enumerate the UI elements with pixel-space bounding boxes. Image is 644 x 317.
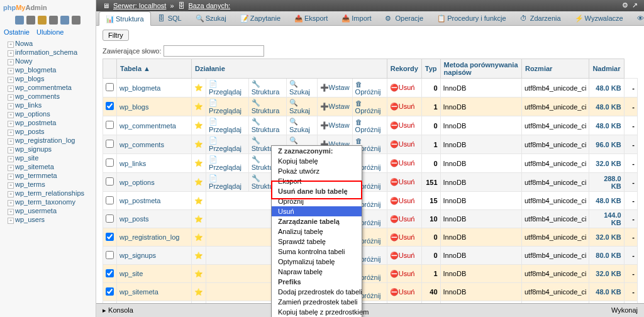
tree-item[interactable]: wp_options [4, 109, 96, 118]
ctx-item[interactable]: Kopiuj tabelę [272, 156, 362, 166]
drop-link[interactable]: ⛔Usuń [390, 288, 415, 296]
tab-sql[interactable]: 🗄SQL [151, 11, 189, 25]
tree-item[interactable]: wp_termmeta [4, 171, 96, 180]
ctx-item[interactable]: Eksport [272, 176, 362, 186]
tree-item[interactable]: wp_signups [4, 145, 96, 153]
table-name[interactable]: wp_options [119, 179, 155, 186]
search-link[interactable]: 🔍Szukaj [289, 80, 310, 96]
row-check[interactable] [106, 158, 114, 167]
tab-widok projektu[interactable]: 👁Widok projektu [630, 11, 644, 25]
drop-link[interactable]: ⛔Usuń [390, 178, 415, 186]
tree-item[interactable]: wp_commentmeta [4, 83, 96, 92]
row-check[interactable] [106, 177, 114, 186]
ctx-item[interactable]: Kopiuj tabelę z przedrostkiem [272, 307, 362, 317]
row-check[interactable] [106, 83, 114, 91]
drop-link[interactable]: ⛔Usuń [390, 103, 415, 110]
tab-eksport[interactable]: 📤Eksport [287, 11, 335, 25]
tab-zapytanie[interactable]: 📝Zapytanie [233, 11, 287, 25]
ctx-item[interactable]: Opróżnij [272, 196, 362, 206]
row-check[interactable] [106, 121, 114, 129]
tree-item[interactable]: wp_blogmeta [4, 65, 96, 74]
search-link[interactable]: 🔍Szukaj [289, 118, 310, 133]
ctx-item[interactable]: Sprawdź tabelę [272, 236, 362, 247]
table-name[interactable]: wp_commentmeta [119, 122, 176, 130]
row-check[interactable] [106, 233, 114, 241]
empty-link[interactable]: 🗑Opróżnij [355, 118, 381, 133]
drop-link[interactable]: ⛔Usuń [390, 252, 415, 259]
row-check[interactable] [106, 102, 114, 110]
console-toggle[interactable]: Konsola [108, 306, 133, 314]
tab-recent[interactable]: Ostatnie [4, 28, 30, 36]
tree-item[interactable]: wp_registration_log [4, 136, 96, 145]
row-check[interactable] [106, 251, 114, 259]
tab-szukaj[interactable]: 🔍Szukaj [189, 11, 233, 25]
tab-struktura[interactable]: 📊Struktura [99, 11, 151, 26]
struct-link[interactable]: 🔧Struktura [252, 80, 280, 96]
ctx-item[interactable]: Optymalizuj tabelę [272, 257, 362, 267]
ctx-item[interactable]: Dodaj przedrostek do tabeli [272, 287, 362, 297]
settings-icon[interactable] [60, 16, 69, 25]
logout-icon[interactable] [26, 16, 35, 25]
insert-link[interactable]: ➕Wstaw [320, 121, 350, 129]
browse-link[interactable]: 📄Przeglądaj [209, 174, 242, 190]
table-name[interactable]: wp_sitemeta [119, 288, 158, 296]
tree-item[interactable]: wp_term_relationships [4, 189, 96, 197]
tab-procedury i funkcje[interactable]: 📋Procedury i funkcje [430, 11, 513, 25]
sql-icon[interactable] [38, 16, 47, 25]
struct-link[interactable]: 🔧Struktura [252, 118, 280, 133]
row-check[interactable] [106, 269, 114, 277]
table-name[interactable]: wp_site [119, 270, 143, 277]
table-name[interactable]: wp_signups [119, 252, 156, 259]
gear-icon[interactable]: ⚙ [622, 1, 628, 9]
struct-link[interactable]: 🔧Struktura [252, 99, 280, 114]
empty-link[interactable]: 🗑Opróżnij [355, 99, 381, 114]
bread-server[interactable]: Serwer: localhost [113, 2, 166, 9]
tree-item[interactable]: wp_terms [4, 180, 96, 189]
exit-icon[interactable]: ↗ [632, 1, 638, 9]
docs-icon[interactable] [49, 16, 58, 25]
browse-link[interactable]: 📄Przeglądaj [209, 155, 242, 171]
drop-link[interactable]: ⛔Usuń [390, 84, 415, 91]
reload-icon[interactable] [72, 16, 80, 25]
ctx-item[interactable]: Usuń [272, 206, 362, 216]
tree-item[interactable]: wp_comments [4, 92, 96, 101]
tree-item[interactable]: wp_sitemeta [4, 162, 96, 171]
tab-wyzwalacze[interactable]: ⚡Wyzwalacze [568, 11, 630, 25]
tree-item[interactable]: information_schema [4, 48, 96, 57]
insert-link[interactable]: ➕Wstaw [320, 103, 350, 110]
execute-button[interactable]: Wykonaj [611, 306, 638, 314]
row-check[interactable] [106, 214, 114, 223]
tree-item[interactable]: wp_users [4, 215, 96, 224]
row-check[interactable] [106, 196, 114, 204]
table-name[interactable]: wp_registration_log [119, 233, 179, 241]
insert-link[interactable]: ➕Wstaw [320, 84, 350, 91]
tree-item[interactable]: wp_blogs [4, 74, 96, 83]
ctx-item[interactable]: Zamień przedrostek tabeli [272, 297, 362, 307]
table-name[interactable]: wp_comments [119, 141, 164, 148]
table-name[interactable]: wp_posts [119, 215, 148, 223]
tree-item[interactable]: wp_usermeta [4, 206, 96, 215]
tree-item[interactable]: wp_links [4, 101, 96, 109]
row-check[interactable] [106, 287, 114, 296]
tree-item[interactable]: wp_term_taxonomy [4, 197, 96, 206]
table-name[interactable]: wp_blogmeta [119, 84, 160, 92]
drop-link[interactable]: ⛔Usuń [390, 270, 415, 277]
browse-link[interactable]: 📄Przeglądaj [209, 99, 242, 114]
browse-link[interactable]: 📄Przeglądaj [209, 118, 242, 133]
tree-item[interactable]: Nowa [4, 39, 96, 48]
tree-item[interactable]: wp_posts [4, 127, 96, 136]
ctx-item[interactable]: Suma kontrolna tabeli [272, 247, 362, 257]
table-name[interactable]: wp_blogs [119, 103, 148, 111]
tree-item[interactable]: Nowy [4, 57, 96, 65]
search-link[interactable]: 🔍Szukaj [289, 99, 310, 114]
drop-link[interactable]: ⛔Usuń [390, 215, 415, 223]
tree-item[interactable]: wp_postmeta [4, 118, 96, 127]
tab-fav[interactable]: Ulubione [36, 28, 64, 36]
tab-zdarzenia[interactable]: ⏱Zdarzenia [513, 11, 568, 25]
ctx-item[interactable]: Pokaż utwórz [272, 166, 362, 176]
drop-link[interactable]: ⛔Usuń [390, 197, 415, 204]
filter-input[interactable] [164, 45, 264, 57]
row-check[interactable] [106, 140, 114, 148]
home-icon[interactable] [15, 16, 24, 25]
drop-link[interactable]: ⛔Usuń [390, 233, 415, 241]
